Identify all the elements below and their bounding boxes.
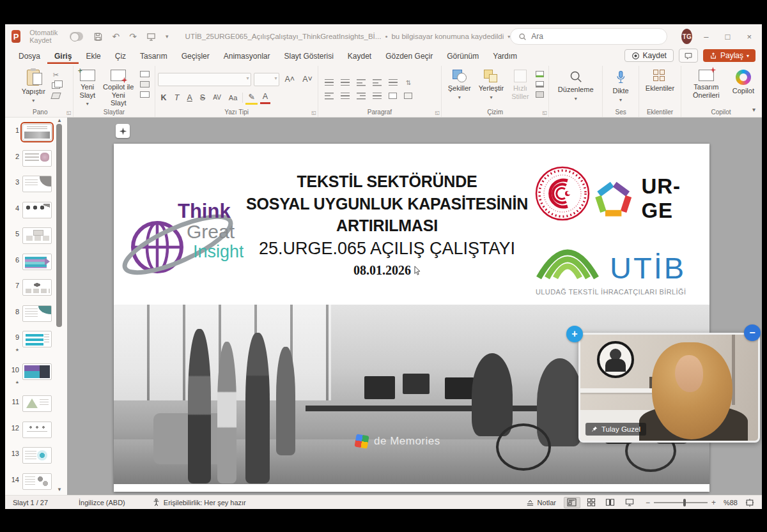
increase-indent-icon[interactable] bbox=[373, 79, 382, 86]
slide-counter[interactable]: Slayt 1 / 27 bbox=[13, 499, 48, 506]
account-avatar[interactable]: TG bbox=[681, 29, 692, 44]
slide-thumbnail-preview[interactable] bbox=[22, 331, 52, 347]
language-indicator[interactable]: İngilizce (ABD) bbox=[79, 499, 125, 506]
save-icon[interactable] bbox=[93, 32, 103, 42]
minimize-button[interactable]: – bbox=[704, 32, 708, 42]
tab-yardim[interactable]: Yardım bbox=[486, 50, 524, 64]
slide-thumbnail-preview[interactable] bbox=[22, 254, 52, 270]
slide-thumbnail-item[interactable]: 10 ★ bbox=[9, 363, 67, 386]
fit-to-window-icon[interactable] bbox=[745, 498, 754, 507]
copilot-new-slide-button[interactable]: Copilot ile Yeni Slayt bbox=[99, 67, 137, 110]
copy-icon[interactable] bbox=[52, 82, 60, 89]
columns-icon[interactable] bbox=[389, 93, 397, 99]
notes-button[interactable]: Notlar bbox=[526, 498, 556, 506]
slide-thumbnail-preview[interactable] bbox=[22, 395, 52, 412]
tab-tasarim[interactable]: Tasarım bbox=[133, 50, 174, 64]
slide-thumbnail-preview[interactable] bbox=[22, 447, 52, 464]
cizim-dialog-launcher[interactable]: ◱ bbox=[543, 110, 548, 116]
undo-icon[interactable]: ↶ bbox=[112, 31, 120, 42]
editing-button[interactable]: Düzenleme ▾ bbox=[554, 67, 598, 104]
redo-icon[interactable]: ↷ bbox=[129, 31, 137, 42]
zoom-slider-track[interactable] bbox=[654, 502, 708, 503]
reset-slide-icon[interactable] bbox=[140, 81, 150, 87]
tab-ekle[interactable]: Ekle bbox=[79, 50, 107, 64]
tab-ciz[interactable]: Çiz bbox=[108, 50, 133, 64]
slideshow-view-button[interactable] bbox=[621, 497, 638, 508]
slide-thumbnail-preview[interactable] bbox=[22, 150, 52, 167]
tab-gorunum[interactable]: Görünüm bbox=[440, 50, 486, 64]
slide-thumbnail-item[interactable]: 13 bbox=[9, 447, 67, 464]
decrease-font-icon[interactable]: A˅ bbox=[300, 73, 315, 85]
webcam-overlay[interactable]: Tulay Guzel bbox=[578, 333, 760, 443]
design-ideas-button[interactable]: Tasarım Önerileri bbox=[684, 67, 729, 102]
zoom-level[interactable]: %88 bbox=[724, 499, 738, 506]
arrange-button[interactable]: Yerleştir ▾ bbox=[475, 67, 507, 103]
addins-button[interactable]: Eklentiler bbox=[642, 67, 678, 95]
tab-giris[interactable]: Giriş bbox=[47, 50, 79, 64]
new-slide-button[interactable]: + Yeni Slayt ▾ bbox=[76, 67, 99, 109]
underline-button[interactable]: A bbox=[185, 92, 195, 103]
accessibility-status[interactable]: Erişilebilirlik: Her şey hazır bbox=[152, 498, 246, 506]
align-right-icon[interactable] bbox=[357, 93, 366, 100]
record-button[interactable]: Kaydet bbox=[624, 49, 674, 62]
tab-dosya[interactable]: Dosya bbox=[12, 50, 47, 64]
search-box[interactable] bbox=[510, 28, 667, 45]
shapes-button[interactable]: Şekiller ▾ bbox=[444, 67, 475, 103]
decrease-indent-icon[interactable] bbox=[357, 79, 366, 86]
shape-fill-icon[interactable] bbox=[536, 71, 544, 77]
paste-button[interactable]: Yapıştır ▾ bbox=[18, 67, 49, 106]
align-left-icon[interactable] bbox=[325, 93, 334, 100]
slide-thumbnail-preview[interactable] bbox=[22, 202, 52, 218]
autosave-toggle-off[interactable] bbox=[70, 32, 83, 41]
quick-styles-button[interactable]: Hızlı Stiller bbox=[507, 67, 533, 103]
normal-view-button[interactable] bbox=[564, 497, 580, 508]
format-painter-icon[interactable] bbox=[50, 93, 61, 99]
numbered-list-icon[interactable] bbox=[341, 79, 350, 86]
close-button[interactable]: × bbox=[747, 32, 752, 42]
designer-chip[interactable] bbox=[116, 124, 130, 138]
font-color-button[interactable]: A bbox=[260, 91, 270, 104]
slide-thumbnail-preview[interactable] bbox=[22, 473, 52, 490]
bold-button[interactable]: K bbox=[158, 92, 169, 103]
character-spacing-button[interactable]: AV bbox=[210, 93, 224, 102]
italic-button[interactable]: T bbox=[172, 92, 182, 103]
zoom-in-button[interactable]: + bbox=[711, 498, 716, 507]
webcam-minimize-button[interactable]: − bbox=[744, 324, 761, 341]
ribbon-collapse-icon[interactable]: ▾ bbox=[752, 106, 755, 113]
thumb-scroll-down-icon[interactable]: ▼ bbox=[57, 487, 62, 492]
slide-thumbnail-preview[interactable] bbox=[22, 305, 52, 322]
zoom-out-button[interactable]: − bbox=[646, 498, 650, 507]
powerpoint-app-icon[interactable]: P bbox=[12, 30, 20, 43]
font-name-combo[interactable] bbox=[158, 73, 251, 86]
slide-thumbnail-preview[interactable] bbox=[22, 363, 52, 380]
slide-thumbnail-preview[interactable] bbox=[22, 176, 52, 192]
slide-thumbnail-item[interactable]: 12 bbox=[9, 422, 67, 438]
cut-icon[interactable]: ✂ bbox=[52, 71, 60, 79]
slide-thumbnail-item[interactable]: 11 bbox=[9, 395, 67, 412]
bullet-list-icon[interactable] bbox=[325, 79, 334, 86]
slide-thumbnail-preview[interactable] bbox=[22, 279, 52, 296]
align-center-icon[interactable] bbox=[341, 93, 350, 100]
slide-thumbnail-preview[interactable] bbox=[22, 227, 52, 244]
line-spacing-icon[interactable] bbox=[389, 79, 398, 86]
search-input[interactable] bbox=[531, 32, 659, 41]
increase-font-icon[interactable]: A˄ bbox=[282, 73, 297, 85]
paragraf-dialog-launcher[interactable]: ◱ bbox=[435, 110, 440, 116]
slide-thumbnail-preview[interactable] bbox=[22, 422, 52, 438]
copilot-button[interactable]: Copilot bbox=[729, 67, 758, 98]
dictate-button[interactable]: Dikte ▾ bbox=[609, 67, 633, 105]
text-direction-icon[interactable]: ⇅ bbox=[405, 79, 413, 87]
thumb-scroll-up-icon[interactable]: ▲ bbox=[57, 118, 62, 123]
shape-effects-icon[interactable] bbox=[536, 91, 544, 98]
tab-gecisler[interactable]: Geçişler bbox=[174, 50, 217, 64]
highlight-color-button[interactable]: ✎ bbox=[245, 91, 257, 105]
justify-icon[interactable] bbox=[373, 93, 382, 100]
shape-outline-icon[interactable] bbox=[536, 81, 544, 87]
slide-title-block[interactable]: TEKSTİL SEKTÖRÜNDE SOSYAL UYGUNLUK KAPAS… bbox=[238, 171, 536, 278]
pano-dialog-launcher[interactable]: ◱ bbox=[66, 110, 72, 116]
webcam-expand-button[interactable]: + bbox=[566, 326, 583, 342]
tab-animasyonlar[interactable]: Animasyonlar bbox=[217, 50, 277, 64]
strikethrough-button[interactable]: S bbox=[198, 92, 208, 103]
font-size-combo[interactable] bbox=[254, 73, 279, 86]
zoom-slider-thumb[interactable] bbox=[683, 499, 686, 506]
